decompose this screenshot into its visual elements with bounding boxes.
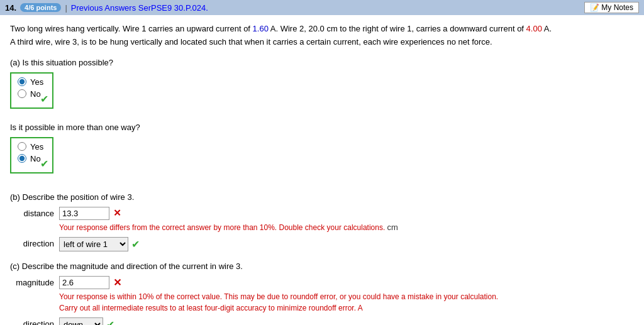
part-a-radio-box: Yes No ✔: [10, 72, 53, 109]
magnitude-row: magnitude ✕ Your response is within 10% …: [10, 276, 634, 314]
no-row: No: [18, 89, 43, 99]
yes2-radio[interactable]: [18, 142, 26, 151]
question-number: 14.: [5, 3, 16, 13]
no2-radio[interactable]: [18, 154, 26, 163]
distance-unit: cm: [387, 221, 398, 232]
magnitude-warn-msg: Your response is within 10% of the corre…: [59, 291, 518, 314]
yes-row: Yes: [18, 77, 43, 87]
part-b-section: (b) Describe the position of wire 3. dis…: [10, 192, 634, 251]
header-left: 14. 4/6 points | Previous Answers SerPSE…: [5, 3, 208, 13]
yes-label[interactable]: Yes: [30, 77, 43, 87]
no2-row: No: [18, 154, 43, 163]
points-badge: 4/6 points: [20, 3, 61, 12]
second-question-label: Is it possible in more than one way?: [10, 123, 634, 132]
header-bar: 14. 4/6 points | Previous Answers SerPSE…: [0, 0, 644, 15]
magnitude-block: ✕ Your response is within 10% of the cor…: [59, 276, 518, 314]
direction-select-b[interactable]: left of wire 1 right of wire 1 between w…: [59, 237, 128, 251]
magnitude-input-row: ✕: [59, 276, 518, 289]
direction-row-b: direction left of wire 1 right of wire 1…: [10, 237, 634, 251]
direction-label-c: direction: [10, 317, 54, 325]
check-icon-a2: ✔: [40, 158, 48, 170]
magnitude-input[interactable]: [59, 276, 109, 289]
direction-label-b: direction: [10, 237, 54, 248]
main-content: Two long wires hang vertically. Wire 1 c…: [0, 15, 644, 325]
part-a2-radio-box: Yes No ✔: [10, 137, 53, 174]
part-a-section: (a) Is this situation possible? Yes No ✔…: [10, 58, 634, 182]
no2-label[interactable]: No: [30, 154, 41, 163]
yes-radio[interactable]: [18, 77, 26, 86]
prev-answers-link[interactable]: Previous Answers SerPSE9 30.P.024.: [71, 3, 208, 13]
direction-input-row-c: down up ✔: [59, 317, 114, 325]
direction-row-c: direction down up ✔: [10, 317, 634, 325]
yes2-label[interactable]: Yes: [30, 142, 43, 151]
magnitude-unit: A: [358, 304, 363, 312]
notes-icon: 📝: [590, 3, 599, 12]
no-radio[interactable]: [18, 89, 26, 98]
distance-row: distance ✕ Your response differs from th…: [10, 207, 634, 233]
distance-error-msg: Your response differs from the correct a…: [59, 222, 398, 233]
problem-text: Two long wires hang vertically. Wire 1 c…: [10, 23, 634, 49]
distance-input-row: ✕: [59, 207, 398, 220]
separator: |: [65, 3, 67, 13]
no-label[interactable]: No: [30, 89, 41, 99]
part-c-section: (c) Describe the magnitude and direction…: [10, 262, 634, 325]
my-notes-button[interactable]: 📝 My Notes: [584, 2, 639, 13]
part-b-label: (b) Describe the position of wire 3.: [10, 192, 634, 202]
distance-x-icon: ✕: [113, 207, 121, 219]
direction-check-b: ✔: [131, 238, 140, 250]
distance-label: distance: [10, 207, 54, 218]
direction-select-c[interactable]: down up: [59, 317, 103, 325]
distance-input[interactable]: [59, 207, 109, 220]
current1-value: 1.60: [253, 24, 269, 33]
distance-block: ✕ Your response differs from the correct…: [59, 207, 398, 233]
direction-check-c: ✔: [106, 319, 114, 325]
direction-input-row-b: left of wire 1 right of wire 1 between w…: [59, 237, 140, 251]
magnitude-x-icon: ✕: [113, 277, 121, 289]
part-c-label: (c) Describe the magnitude and direction…: [10, 262, 634, 271]
current2-value: 4.00: [526, 24, 542, 33]
magnitude-label: magnitude: [10, 276, 54, 287]
part-a-label: (a) Is this situation possible?: [10, 58, 634, 67]
check-icon-a: ✔: [40, 93, 48, 105]
yes2-row: Yes: [18, 142, 43, 151]
